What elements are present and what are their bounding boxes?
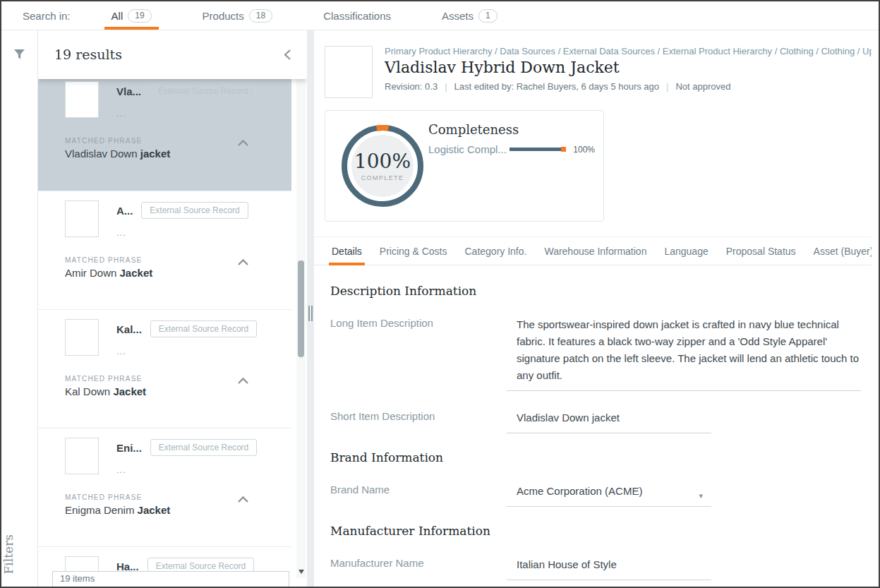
detail-header: Primary Product Hierarchy / Data Sources… [314, 30, 872, 98]
collapse-item-chevron-up-icon[interactable] [237, 493, 249, 506]
result-subtitle: ... [116, 108, 280, 119]
result-thumbnail [65, 200, 99, 237]
completeness-metric-value: 100% [573, 145, 595, 155]
search-scope-bar: Search in: All 19 Products 18 Classifica… [1, 1, 879, 30]
external-source-record-badge: External Source Record [150, 83, 256, 100]
scope-tab-label: Products [203, 10, 244, 22]
search-scope-tabs: All 19 Products 18 Classifications Asset… [104, 1, 541, 30]
scope-tab-count: 19 [128, 9, 151, 23]
search-results-panel: Vla... External Source Record ... MATCHE… [38, 30, 307, 587]
scope-tab-label: Classifications [323, 10, 391, 22]
result-subtitle: ... [116, 346, 280, 356]
app-frame: Search in: All 19 Products 18 Classifica… [0, 0, 880, 588]
field-label: Manufacturer Name [330, 555, 507, 580]
scope-tab-assets[interactable]: Assets 1 [435, 1, 505, 30]
tab-asset-buyer[interactable]: Asset (Buyer) [812, 237, 872, 265]
tab-language[interactable]: Language [663, 237, 709, 265]
result-subtitle: ... [116, 227, 280, 238]
short-item-description-input[interactable]: Vladislav Down jacket [507, 408, 711, 433]
collapse-item-chevron-up-icon[interactable] [237, 375, 249, 388]
scope-tab-count: 18 [249, 9, 272, 23]
result-thumbnail [65, 438, 99, 474]
filter-funnel-icon[interactable] [13, 49, 25, 63]
details-tab-content: Description Information Long Item Descri… [314, 265, 872, 585]
result-title: A... [116, 205, 133, 217]
result-title: Kal... [116, 323, 142, 335]
panel-splitter [307, 30, 314, 587]
detail-meta: Revision: 0.3 | Last edited by: Rachel B… [385, 81, 872, 92]
completeness-percent: 100% [354, 151, 411, 172]
field-label: Long Item Description [330, 315, 507, 391]
long-item-description-input[interactable]: The sportswear-inspired down jacket is c… [507, 315, 861, 391]
result-item-amir[interactable]: A... External Source Record ... MATCHED … [38, 191, 291, 309]
field-label: Short Item Description [330, 408, 507, 433]
scroll-down-arrow[interactable] [299, 570, 304, 574]
results-header-card: 19 results [38, 30, 307, 79]
result-thumbnail [65, 81, 99, 118]
product-detail-panel: Primary Product Hierarchy / Data Sources… [314, 30, 872, 585]
result-thumbnail [65, 319, 99, 356]
tab-proposal-status[interactable]: Proposal Status [725, 237, 797, 265]
field-brand-name: Brand Name Acme Corporation (ACME) ▾ [330, 481, 872, 507]
completeness-metric-bar [510, 148, 565, 151]
tab-category-info[interactable]: Category Info. [464, 237, 529, 265]
items-count-footer: 19 items [52, 571, 289, 587]
external-source-record-badge: External Source Record [141, 202, 248, 219]
result-title: Vla... [116, 85, 141, 97]
approval-status: Not approved [675, 81, 730, 92]
section-heading-brand: Brand Information [330, 450, 872, 464]
field-long-item-description: Long Item Description The sportswear-ins… [330, 315, 872, 391]
scope-tab-products[interactable]: Products 18 [195, 1, 280, 30]
revision-text: Revision: 0.3 [385, 81, 438, 92]
result-subtitle: ... [116, 464, 280, 475]
result-item-enigma[interactable]: Eni... External Source Record ... MATCHE… [38, 428, 291, 546]
breadcrumb[interactable]: Primary Product Hierarchy / Data Sources… [385, 46, 872, 56]
collapse-panel-chevron-left-icon[interactable] [283, 49, 291, 61]
section-heading-manufacturer: Manufacturer Information [330, 524, 872, 538]
field-short-item-description: Short Item Description Vladislav Down ja… [330, 408, 872, 433]
result-item-vladislav[interactable]: Vla... External Source Record ... MATCHE… [38, 72, 291, 191]
external-source-record-badge: External Source Record [150, 320, 257, 337]
page-title: Vladislav Hybrid Down Jacket [385, 59, 872, 76]
field-label: Brand Name [330, 481, 507, 507]
completeness-card: 100% COMPLETE Completeness Logistic Comp… [325, 110, 604, 222]
completeness-gauge: 100% COMPLETE [338, 119, 427, 212]
scrollbar-thumb[interactable] [298, 260, 304, 357]
filters-rail: Filters [1, 30, 38, 587]
search-results-list: Vla... External Source Record ... MATCHE… [38, 72, 291, 587]
results-scrollbar[interactable] [296, 70, 306, 578]
scope-tab-count: 1 [478, 9, 498, 23]
scope-tab-all[interactable]: All 19 [104, 1, 159, 30]
detail-tabs: Details Pricing & Costs Category Info. W… [314, 236, 872, 265]
completeness-title: Completeness [428, 122, 519, 137]
external-source-record-badge: External Source Record [150, 439, 257, 456]
tab-pricing-costs[interactable]: Pricing & Costs [378, 237, 449, 265]
dropdown-caret-icon: ▾ [699, 487, 703, 504]
results-count: 19 results [54, 47, 283, 62]
section-heading-description: Description Information [330, 284, 872, 298]
completeness-complete-label: COMPLETE [361, 174, 404, 181]
tab-details[interactable]: Details [330, 237, 363, 265]
brand-name-dropdown[interactable]: Acme Corporation (ACME) ▾ [507, 481, 711, 507]
detail-product-photo-frame [325, 46, 373, 98]
scope-tab-classifications[interactable]: Classifications [316, 1, 398, 30]
result-item-kal[interactable]: Kal... External Source Record ... MATCHE… [38, 309, 291, 428]
scope-tab-label: All [111, 10, 123, 22]
collapse-item-chevron-up-icon[interactable] [237, 256, 249, 269]
search-in-label: Search in: [23, 10, 71, 22]
scope-tab-label: Assets [442, 10, 474, 22]
manufacturer-name-input[interactable]: Italian House of Style [507, 555, 711, 580]
last-edited-text: Last edited by: Rachel Buyers, 6 days 5 … [454, 81, 660, 92]
collapse-item-chevron-up-icon[interactable] [237, 137, 249, 150]
completeness-metric-label: Logistic Compl... [428, 143, 510, 155]
filters-panel-toggle[interactable]: Filters [1, 534, 38, 574]
tab-warehouse-information[interactable]: Warehouse Information [543, 237, 648, 265]
field-manufacturer-name: Manufacturer Name Italian House of Style [330, 555, 872, 580]
result-title: Eni... [116, 442, 142, 454]
splitter-drag-handle[interactable] [308, 306, 314, 324]
